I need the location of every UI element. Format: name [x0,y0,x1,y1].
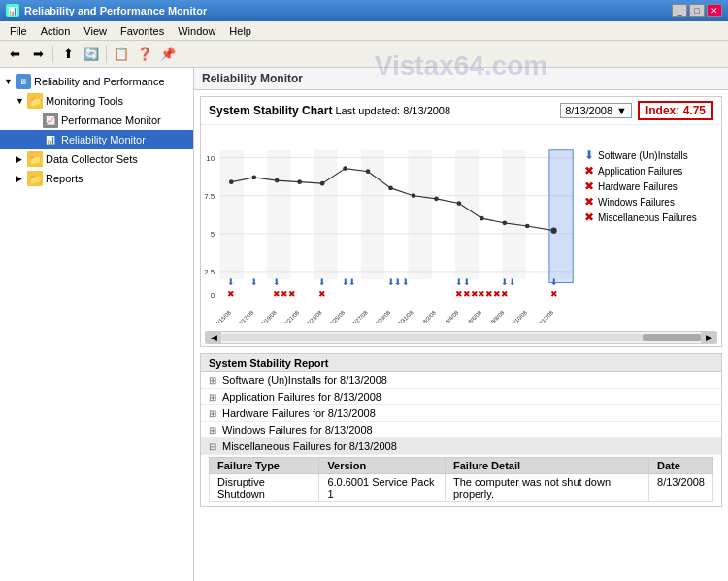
forward-button[interactable]: ➡ [27,44,49,65]
svg-text:✖: ✖ [478,289,485,299]
pin-button[interactable]: 📌 [157,44,179,65]
svg-text:7/29/08: 7/29/08 [374,309,391,323]
scroll-right-btn[interactable]: ▶ [701,332,716,343]
menu-bar: File Action View Favorites Window Help [0,21,728,41]
title-bar: 📊 Reliability and Performance Monitor _ … [0,0,728,21]
properties-button[interactable]: 📋 [111,44,132,65]
index-value: 4.75 [683,104,706,117]
menu-favorites[interactable]: Favorites [115,24,170,38]
legend-windows-label: Windows Failures [598,197,675,208]
sidebar-item-reliability-monitor[interactable]: 📊 Reliability Monitor [0,130,193,149]
monitoring-arrow[interactable]: ▼ [16,96,25,106]
sidebar-root[interactable]: ▼ 🖥 Reliability and Performance [0,72,193,91]
chart-container: 10 7.5 5 2.5 0 [201,125,721,329]
sidebar: ▼ 🖥 Reliability and Performance ▼ 📁 Moni… [0,68,194,581]
svg-text:✖: ✖ [550,289,558,299]
svg-text:✖: ✖ [281,289,288,299]
menu-help[interactable]: Help [223,24,257,38]
sidebar-item-monitoring-tools[interactable]: ▼ 📁 Monitoring Tools [0,91,193,111]
root-arrow[interactable]: ▼ [4,77,14,86]
svg-text:✖: ✖ [273,289,281,299]
svg-text:✖: ✖ [501,289,509,299]
chart-legend: ⬇ Software (Un)Installs ✖ Application Fa… [580,129,721,325]
reports-arrow[interactable]: ▶ [16,174,25,183]
menu-view[interactable]: View [78,24,113,38]
chart-title-area: System Stability Chart Last updated: 8/1… [209,104,450,117]
svg-text:8/8/08: 8/8/08 [490,309,506,323]
expand-software-icon[interactable]: ⊞ [209,375,216,386]
svg-point-25 [388,186,393,191]
svg-text:⬇: ⬇ [348,277,356,287]
maximize-button[interactable]: □ [689,4,705,17]
svg-text:✖: ✖ [463,289,471,299]
menu-file[interactable]: File [4,24,33,38]
report-row-hardware-failures[interactable]: ⊞ Hardware Failures for 8/13/2008 [201,405,721,422]
svg-rect-12 [361,150,384,279]
menu-window[interactable]: Window [172,24,221,38]
perf-arrow [31,115,41,125]
svg-text:8/4/08: 8/4/08 [445,309,460,323]
minimize-button[interactable]: _ [672,4,687,17]
legend-windows-icon: ✖ [584,195,594,209]
svg-text:7/23/08: 7/23/08 [306,309,323,323]
legend-app-failures: ✖ Application Failures [584,164,717,178]
collector-arrow[interactable]: ▶ [16,154,25,164]
sidebar-root-label: Reliability and Performance [34,76,165,87]
expand-hardware-icon[interactable]: ⊞ [209,408,216,419]
expand-windows-icon[interactable]: ⊞ [209,425,216,436]
perf-monitor-icon: 📈 [43,113,58,128]
sidebar-item-data-collector-sets[interactable]: ▶ 📁 Data Collector Sets [0,149,193,169]
chart-scrollbar[interactable]: ◀ ▶ [205,331,717,344]
windows-failures-label: Windows Failures for 8/13/2008 [222,424,373,436]
date-dropdown[interactable]: 8/13/2008 ▼ [560,103,632,118]
main-container: ▼ 🖥 Reliability and Performance ▼ 📁 Moni… [0,68,728,581]
expand-misc-icon[interactable]: ⊟ [209,441,216,452]
report-row-windows-failures[interactable]: ⊞ Windows Failures for 8/13/2008 [201,422,721,438]
svg-point-27 [434,197,439,202]
svg-point-29 [480,216,484,221]
legend-hardware-failures: ✖ Hardware Failures [584,179,717,193]
dropdown-arrow: ▼ [616,105,627,116]
scroll-thumb[interactable] [643,334,701,341]
up-button[interactable]: ⬆ [57,44,79,65]
title-bar-controls: _ □ ✕ [672,4,722,17]
svg-rect-10 [267,150,290,279]
svg-text:✖: ✖ [318,289,326,299]
root-icon: 🖥 [16,74,31,89]
chart-header-right: 8/13/2008 ▼ Index: 4.75 [560,101,713,120]
menu-action[interactable]: Action [35,24,77,38]
help-button[interactable]: ❓ [134,44,155,65]
col-date: Date [649,458,713,474]
svg-text:✖: ✖ [471,289,479,299]
svg-text:✖: ✖ [493,289,501,299]
last-updated-date: 8/13/2008 [403,105,450,116]
reliability-monitor-label: Reliability Monitor [61,134,146,145]
content-body: System Stability Chart Last updated: 8/1… [194,90,728,581]
legend-app-label: Application Failures [598,166,682,177]
svg-text:⬇: ⬇ [318,277,326,287]
col-failure-detail: Failure Detail [445,458,648,474]
svg-text:8/10/08: 8/10/08 [511,309,528,323]
report-row-app-failures[interactable]: ⊞ Application Failures for 8/13/2008 [201,389,721,405]
sidebar-item-performance-monitor[interactable]: 📈 Performance Monitor [0,111,193,130]
toolbar: ⬅ ➡ ⬆ 🔄 📋 ❓ 📌 [0,41,728,68]
legend-software-installs: ⬇ Software (Un)Installs [584,148,717,162]
sidebar-item-reports[interactable]: ▶ 📁 Reports [0,169,193,188]
svg-text:10: 10 [206,154,215,163]
legend-hardware-label: Hardware Failures [598,181,678,192]
expand-app-icon[interactable]: ⊞ [209,392,216,403]
scroll-left-btn[interactable]: ◀ [206,332,221,343]
close-button[interactable]: ✕ [707,4,722,17]
report-row-misc-failures[interactable]: ⊟ Miscellaneous Failures for 8/13/2008 [201,438,721,455]
report-row-software-installs[interactable]: ⊞ Software (Un)Installs for 8/13/2008 [201,372,721,389]
chart-section: System Stability Chart Last updated: 8/1… [200,96,722,347]
back-button[interactable]: ⬅ [4,44,25,65]
svg-rect-9 [220,150,244,279]
refresh-button[interactable]: 🔄 [81,44,102,65]
svg-point-28 [457,201,462,206]
content-area: Reliability Monitor System Stability Cha… [194,68,728,581]
svg-point-30 [502,221,507,226]
legend-misc-failures: ✖ Miscellaneous Failures [584,210,717,224]
svg-text:⬇: ⬇ [394,277,402,287]
svg-text:2.5: 2.5 [204,268,215,276]
